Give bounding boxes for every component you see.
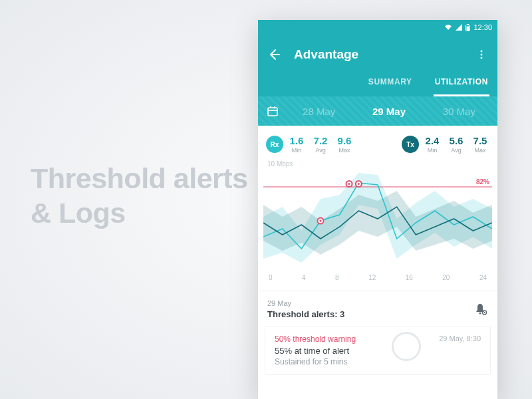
x-tick: 24 — [479, 274, 487, 281]
svg-point-19 — [484, 312, 485, 313]
alert-sustain: Sustained for 5 mins — [275, 357, 481, 366]
date-option-next[interactable]: 30 May — [428, 106, 491, 117]
alert-card[interactable]: 50% threshold warning 55% at time of ale… — [265, 326, 491, 375]
app-bar: Advantage SUMMARY UTILIZATION — [258, 35, 497, 96]
svg-point-12 — [348, 183, 350, 185]
status-bar: 12:30 — [258, 20, 497, 35]
tx-max-label: Max — [471, 147, 489, 154]
tab-bar: SUMMARY UTILIZATION — [266, 70, 489, 96]
tx-metrics: 2.4Min 5.6Avg 7.5Max — [423, 135, 489, 154]
alert-time: 29 May, 8:30 — [439, 334, 481, 342]
x-tick: 4 — [302, 274, 306, 281]
page-title: Advantage — [294, 47, 462, 62]
svg-point-16 — [319, 219, 321, 221]
threshold-label: 82% — [476, 178, 489, 186]
alerts-header: 29 May Threshold alerts: 3 — [258, 291, 497, 326]
svg-point-4 — [481, 54, 483, 56]
rx-avg-label: Avg — [311, 147, 330, 154]
background-title-line2: & Logs — [31, 197, 126, 229]
rx-avg-value: 7.2 — [311, 135, 330, 146]
tx-min-label: Min — [423, 147, 442, 154]
tx-max-value: 7.5 — [471, 135, 489, 146]
rx-max-value: 9.6 — [335, 135, 354, 146]
chart-area: 10 Mbps 82% 04812162024 — [258, 160, 497, 291]
rx-min-value: 1.6 — [287, 135, 306, 146]
tab-utilization[interactable]: UTILIZATION — [434, 70, 489, 96]
svg-rect-6 — [268, 108, 277, 116]
x-tick: 8 — [335, 274, 339, 281]
cell-signal-icon — [456, 24, 462, 31]
x-tick: 12 — [368, 274, 376, 281]
battery-icon — [466, 24, 470, 31]
tx-badge: Tx — [402, 136, 419, 153]
svg-point-17 — [479, 312, 481, 314]
svg-point-5 — [481, 57, 483, 59]
svg-point-14 — [358, 183, 360, 185]
chart-svg — [263, 169, 492, 269]
background-title-line1: Threshold alerts — [31, 162, 248, 194]
date-option-current[interactable]: 29 May — [357, 106, 420, 117]
rx-min-label: Min — [287, 147, 306, 154]
phone-frame: 12:30 Advantage SUMMARY UTILIZATION 28 M… — [258, 20, 497, 399]
tx-min-value: 2.4 — [423, 135, 442, 146]
overflow-menu-icon[interactable] — [473, 47, 489, 63]
back-icon[interactable] — [266, 47, 282, 63]
svg-rect-2 — [467, 26, 469, 31]
tx-avg-value: 5.6 — [447, 135, 466, 146]
background-title: Threshold alerts & Logs — [31, 161, 248, 231]
rx-metrics: 1.6Min 7.2Avg 9.6Max — [287, 135, 354, 154]
utilization-chart[interactable]: 82% — [263, 169, 492, 269]
tab-summary[interactable]: SUMMARY — [367, 70, 414, 96]
tx-avg-label: Avg — [447, 147, 466, 154]
x-tick: 20 — [442, 274, 450, 281]
svg-point-3 — [481, 51, 483, 53]
alerts-date: 29 May — [267, 299, 344, 307]
alert-value-line: 55% at time of alert — [275, 346, 481, 356]
status-time: 12:30 — [473, 23, 492, 31]
metrics-row: Rx 1.6Min 7.2Avg 9.6Max Tx 2.4Min 5.6Avg… — [258, 126, 497, 160]
x-tick: 0 — [269, 274, 273, 281]
rx-badge: Rx — [266, 136, 283, 153]
alerts-count: 3 — [340, 309, 344, 319]
alerts-title-prefix: Threshold alerts: — [267, 309, 340, 319]
rx-max-label: Max — [335, 147, 354, 154]
alerts-title: Threshold alerts: 3 — [267, 309, 344, 319]
date-strip: 28 May 29 May 30 May — [258, 96, 497, 126]
alert-progress-ring — [392, 332, 421, 361]
x-tick: 16 — [406, 274, 413, 281]
wifi-icon — [444, 24, 452, 31]
calendar-icon[interactable] — [265, 103, 281, 119]
chart-y-label: 10 Mbps — [263, 160, 492, 168]
date-option-prev[interactable]: 28 May — [287, 106, 350, 117]
alert-settings-icon[interactable] — [473, 302, 488, 319]
chart-x-axis: 04812162024 — [263, 269, 492, 291]
